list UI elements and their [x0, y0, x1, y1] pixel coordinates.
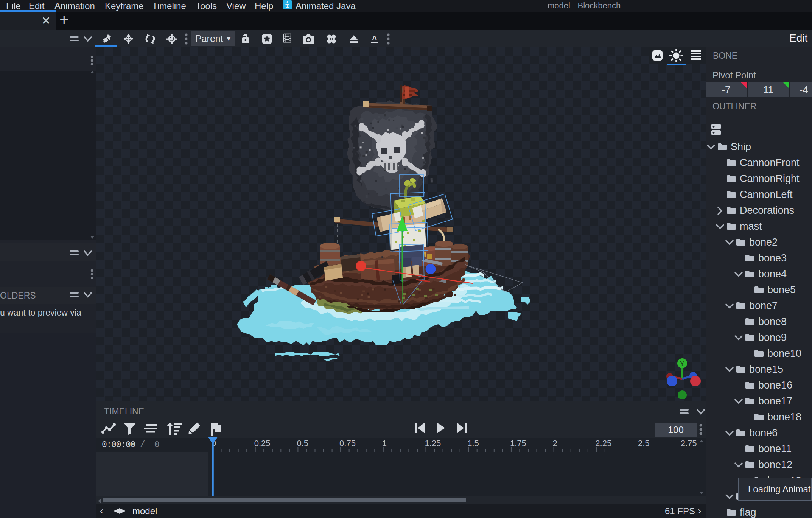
svg-text:A: A [372, 34, 377, 42]
